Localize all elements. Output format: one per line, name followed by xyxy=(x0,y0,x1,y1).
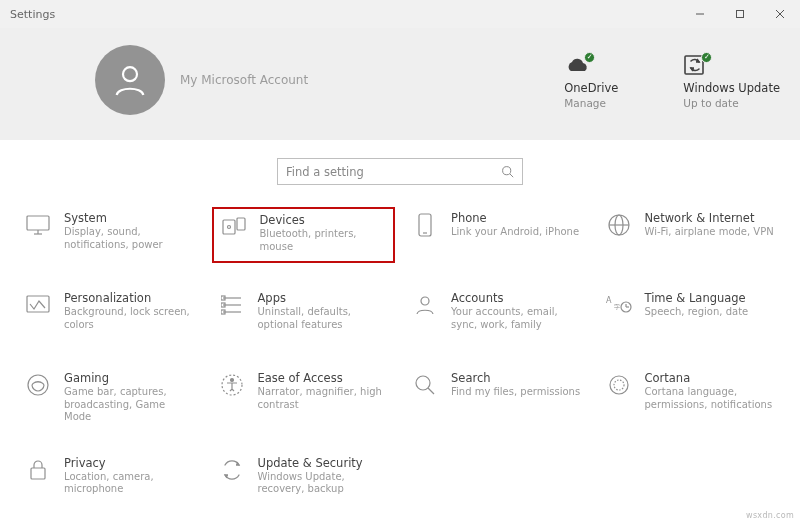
search-icon xyxy=(501,165,514,178)
category-phone[interactable]: Phone Link your Android, iPhone xyxy=(405,207,589,263)
title-bar: Settings xyxy=(0,0,800,28)
category-title: Personalization xyxy=(64,291,196,305)
category-grid: System Display, sound, notifications, po… xyxy=(0,207,800,508)
category-search[interactable]: Search Find my files, permissions xyxy=(405,367,589,428)
apps-icon xyxy=(218,291,246,319)
category-privacy[interactable]: Privacy Location, camera, microphone xyxy=(18,452,202,508)
category-desc: Display, sound, notifications, power xyxy=(64,226,196,251)
category-apps[interactable]: Apps Uninstall, defaults, optional featu… xyxy=(212,287,396,343)
category-network[interactable]: Network & Internet Wi-Fi, airplane mode,… xyxy=(599,207,783,263)
check-badge-icon: ✓ xyxy=(701,52,712,63)
category-title: Network & Internet xyxy=(645,211,774,225)
category-title: Time & Language xyxy=(645,291,749,305)
cortana-icon xyxy=(605,371,633,399)
devices-icon xyxy=(220,213,248,241)
gaming-icon xyxy=(24,371,52,399)
svg-point-26 xyxy=(421,297,429,305)
svg-point-38 xyxy=(614,380,624,390)
category-desc: Windows Update, recovery, backup xyxy=(258,471,390,496)
svg-point-35 xyxy=(416,376,430,390)
personalization-icon xyxy=(24,291,52,319)
system-icon xyxy=(24,211,52,239)
maximize-button[interactable] xyxy=(720,0,760,28)
category-title: Ease of Access xyxy=(258,371,390,385)
svg-line-36 xyxy=(428,388,434,394)
lock-icon xyxy=(24,456,52,484)
category-desc: Your accounts, email, sync, work, family xyxy=(451,306,583,331)
category-devices[interactable]: Devices Bluetooth, printers, mouse xyxy=(212,207,396,263)
category-gaming[interactable]: Gaming Game bar, captures, broadcasting,… xyxy=(18,367,202,428)
svg-rect-11 xyxy=(223,220,235,234)
svg-point-6 xyxy=(503,167,511,175)
category-desc: Speech, region, date xyxy=(645,306,749,319)
svg-rect-8 xyxy=(27,216,49,230)
category-title: Phone xyxy=(451,211,579,225)
category-desc: Narrator, magnifier, high contrast xyxy=(258,386,390,411)
category-title: Gaming xyxy=(64,371,196,385)
category-accounts[interactable]: Accounts Your accounts, email, sync, wor… xyxy=(405,287,589,343)
category-title: Accounts xyxy=(451,291,583,305)
phone-icon xyxy=(411,211,439,239)
category-desc: Cortana language, permissions, notificat… xyxy=(645,386,777,411)
category-desc: Game bar, captures, broadcasting, Game M… xyxy=(64,386,196,424)
category-title: Apps xyxy=(258,291,390,305)
time-icon: A字 xyxy=(605,291,633,319)
svg-rect-39 xyxy=(31,468,45,479)
svg-rect-12 xyxy=(237,218,245,230)
svg-point-4 xyxy=(123,67,137,81)
category-title: System xyxy=(64,211,196,225)
search-row: Find a setting xyxy=(0,140,800,207)
window-title: Settings xyxy=(10,8,680,21)
globe-icon xyxy=(605,211,633,239)
category-update-security[interactable]: Update & Security Windows Update, recove… xyxy=(212,452,396,508)
category-title: Devices xyxy=(260,213,388,227)
search-input[interactable]: Find a setting xyxy=(277,158,523,185)
category-title: Privacy xyxy=(64,456,196,470)
category-title: Cortana xyxy=(645,371,777,385)
avatar xyxy=(95,45,165,115)
update-sub: Up to date xyxy=(683,97,780,109)
category-title: Search xyxy=(451,371,580,385)
account-name: My Microsoft Account xyxy=(180,73,308,87)
svg-point-37 xyxy=(610,376,628,394)
search-placeholder: Find a setting xyxy=(286,165,501,179)
svg-point-34 xyxy=(230,379,233,382)
category-desc: Wi-Fi, airplane mode, VPN xyxy=(645,226,774,239)
header: My Microsoft Account ✓ OneDrive Manage ✓ xyxy=(0,28,800,140)
check-badge-icon: ✓ xyxy=(584,52,595,63)
close-button[interactable] xyxy=(760,0,800,28)
onedrive-tile[interactable]: ✓ OneDrive Manage xyxy=(564,51,618,109)
category-desc: Bluetooth, printers, mouse xyxy=(260,228,388,253)
category-ease-of-access[interactable]: Ease of Access Narrator, magnifier, high… xyxy=(212,367,396,428)
svg-point-13 xyxy=(227,226,230,229)
category-desc: Background, lock screen, colors xyxy=(64,306,196,331)
svg-text:A: A xyxy=(606,296,612,305)
category-desc: Location, camera, microphone xyxy=(64,471,196,496)
category-desc: Uninstall, defaults, optional features xyxy=(258,306,390,331)
search-cat-icon xyxy=(411,371,439,399)
category-system[interactable]: System Display, sound, notifications, po… xyxy=(18,207,202,263)
category-personalization[interactable]: Personalization Background, lock screen,… xyxy=(18,287,202,343)
svg-point-32 xyxy=(28,375,48,395)
svg-rect-1 xyxy=(737,11,744,18)
onedrive-sub: Manage xyxy=(564,97,618,109)
minimize-button[interactable] xyxy=(680,0,720,28)
category-title: Update & Security xyxy=(258,456,390,470)
update-title: Windows Update xyxy=(683,81,780,95)
update-icon xyxy=(218,456,246,484)
category-desc: Find my files, permissions xyxy=(451,386,580,399)
category-cortana[interactable]: Cortana Cortana language, permissions, n… xyxy=(599,367,783,428)
watermark: wsxdn.com xyxy=(746,511,794,520)
account-block[interactable]: My Microsoft Account xyxy=(95,45,564,115)
onedrive-title: OneDrive xyxy=(564,81,618,95)
category-desc: Link your Android, iPhone xyxy=(451,226,579,239)
svg-line-7 xyxy=(510,174,513,177)
svg-text:字: 字 xyxy=(614,303,620,310)
accounts-icon xyxy=(411,291,439,319)
category-time[interactable]: A字 Time & Language Speech, region, date xyxy=(599,287,783,343)
windows-update-tile[interactable]: ✓ Windows Update Up to date xyxy=(683,51,780,109)
ease-icon xyxy=(218,371,246,399)
